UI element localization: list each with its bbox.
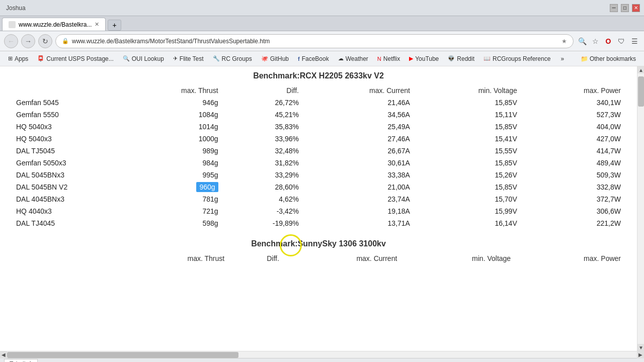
col-current-header: max. Current xyxy=(305,84,416,97)
col-thrust-header: max. Thrust xyxy=(121,84,224,97)
title-bar: Joshua ─ □ ✕ xyxy=(0,0,644,16)
row-name: HQ 5040x3 xyxy=(10,133,121,145)
benchmark1-table: max. Thrust Diff. max. Current min. Volt… xyxy=(10,84,627,229)
col2-current-header: max. Current xyxy=(285,252,403,264)
minimize-button[interactable]: ─ xyxy=(610,4,618,12)
scroll-left-arrow[interactable]: ◀ xyxy=(0,351,7,358)
rc-icon: 🔧 xyxy=(213,55,220,62)
table-row: Gemfan 5045946g26,72%21,46A15,85V340,1W xyxy=(10,97,627,109)
row-name: Gemfan 5050x3 xyxy=(10,157,121,169)
bookmark-oui[interactable]: 🔍 OUI Lookup xyxy=(119,54,168,64)
col2-thrust-header: max. Thrust xyxy=(121,252,230,264)
row-power: 332,8W xyxy=(523,181,627,193)
scroll-up-arrow[interactable]: ▲ xyxy=(637,66,644,73)
vertical-scrollbar[interactable]: ▲ ▼ xyxy=(637,66,644,351)
apps-icon: ⊞ xyxy=(8,55,13,62)
new-tab-button[interactable]: + xyxy=(108,20,121,31)
bookmark-flite[interactable]: ✈ Flite Test xyxy=(169,54,208,64)
row-name: DAL TJ5045 xyxy=(10,145,121,157)
bookmark-reddit[interactable]: 👽 Reddit xyxy=(444,54,478,64)
close-button[interactable]: ✕ xyxy=(632,4,640,12)
row-diff: -3,42% xyxy=(224,205,305,217)
table-row: HQ 4040x3721g-3,42%19,18A15,99V306,6W xyxy=(10,205,627,217)
row-current: 26,67A xyxy=(305,145,416,157)
scroll-thumb[interactable] xyxy=(638,76,644,107)
folder-icon: 📁 xyxy=(581,55,588,62)
row-current: 30,61A xyxy=(305,157,416,169)
col-diff-header: Diff. xyxy=(224,84,305,97)
reddit-icon: 👽 xyxy=(448,55,455,62)
facebook-icon: f xyxy=(298,56,300,62)
main-content: Benchmark:RCX H2205 2633kv V2 max. Thrus… xyxy=(0,66,637,351)
table-row: HQ 5040x31014g35,83%25,49A15,85V404,0W xyxy=(10,121,627,133)
row-name: Gemfan 5550 xyxy=(10,109,121,121)
row-power: 414,7W xyxy=(523,145,627,157)
benchmark2-label: Benchmark: xyxy=(251,239,297,248)
back-button[interactable]: ← xyxy=(4,34,18,48)
bookmark-apps[interactable]: ⊞ Apps xyxy=(4,54,32,64)
row-power: 527,3W xyxy=(523,109,627,121)
row-thrust: 995g xyxy=(121,169,224,181)
row-voltage: 15,41V xyxy=(416,133,523,145)
maximize-button[interactable]: □ xyxy=(621,4,629,12)
scroll-right-arrow[interactable]: ▶ xyxy=(637,351,644,358)
scroll-down-arrow[interactable]: ▼ xyxy=(637,344,644,351)
row-thrust: 721g xyxy=(121,205,224,217)
row-current: 23,74A xyxy=(305,193,416,205)
forward-button[interactable]: → xyxy=(21,34,35,48)
bookmark-rc[interactable]: 🔧 RC Groups xyxy=(209,54,256,64)
row-power: 509,3W xyxy=(523,169,627,181)
col2-name-header xyxy=(10,252,121,264)
shield-icon[interactable]: 🛡 xyxy=(616,36,627,47)
bookmark-reddit-label: Reddit xyxy=(457,55,474,62)
row-power: 221,2W xyxy=(523,217,627,229)
scroll-h-thumb[interactable] xyxy=(7,352,238,358)
row-voltage: 15,85V xyxy=(416,157,523,169)
bookmark-flite-label: Flite Test xyxy=(180,55,204,62)
row-diff: 4,62% xyxy=(224,193,305,205)
bookmark-more[interactable]: » xyxy=(556,54,568,64)
search-icon[interactable]: 🔍 xyxy=(577,36,588,47)
row-voltage: 15,11V xyxy=(416,109,523,121)
other-bookmarks[interactable]: 📁 Other bookmarks xyxy=(577,54,640,64)
reload-button[interactable]: ↻ xyxy=(38,34,52,48)
status-bar: Tabelle1 xyxy=(0,358,644,362)
col-name-header xyxy=(10,84,121,97)
bookmark-rcref[interactable]: 📖 RCGroups Reference xyxy=(479,54,554,64)
row-voltage: 15,99V xyxy=(416,205,523,217)
bookmark-netflix[interactable]: N Netflix xyxy=(373,54,404,64)
bookmark-github[interactable]: 🐙 GitHub xyxy=(257,54,293,64)
menu-icon[interactable]: ☰ xyxy=(629,36,640,47)
active-tab[interactable]: www.wuzzle.de/Bastelkra... ✕ xyxy=(2,18,106,31)
url-bar[interactable]: 🔒 www.wuzzle.de/Bastelkrams/MotorTestSta… xyxy=(55,34,574,48)
row-current: 27,46A xyxy=(305,133,416,145)
scroll-h-track[interactable] xyxy=(7,351,637,358)
table-row: HQ 5040x31000g33,96%27,46A15,41V427,0W xyxy=(10,133,627,145)
row-current: 33,38A xyxy=(305,169,416,181)
row-current: 21,00A xyxy=(305,181,416,193)
bookmark-weather[interactable]: ☁ Weather xyxy=(334,54,372,64)
row-diff: 33,96% xyxy=(224,133,305,145)
row-name: DAL 5045BNx3 xyxy=(10,169,121,181)
bookmark-youtube[interactable]: ▶ YouTube xyxy=(405,54,443,64)
bookmark-star-icon[interactable]: ☆ xyxy=(590,36,601,47)
bookmark-facebook[interactable]: f FaceBook xyxy=(294,54,333,64)
row-power: 306,6W xyxy=(523,205,627,217)
bookmark-rc-label: RC Groups xyxy=(222,55,252,62)
bookmark-usps[interactable]: 📮 Current USPS Postage... xyxy=(33,54,117,64)
netflix-icon: N xyxy=(377,56,381,62)
table-row: Gemfan 5050x3984g31,82%30,61A15,85V489,4… xyxy=(10,157,627,169)
opera-icon[interactable]: O xyxy=(603,36,614,47)
table-row: DAL TJ4045598g-19,89%13,71A16,14V221,2W xyxy=(10,217,627,229)
tab-bar: www.wuzzle.de/Bastelkra... ✕ + xyxy=(0,16,644,31)
content-wrapper: Benchmark:RCX H2205 2633kv V2 max. Thrus… xyxy=(0,66,644,351)
horizontal-scrollbar[interactable]: ◀ ▶ xyxy=(0,351,644,358)
youtube-icon: ▶ xyxy=(409,55,413,62)
bookmark-apps-label: Apps xyxy=(15,55,28,62)
row-current: 25,49A xyxy=(305,121,416,133)
row-diff: -19,89% xyxy=(224,217,305,229)
tab-close-button[interactable]: ✕ xyxy=(95,21,99,28)
row-current: 19,18A xyxy=(305,205,416,217)
row-thrust: 960g xyxy=(121,181,224,193)
row-name: DAL 4045BNx3 xyxy=(10,193,121,205)
